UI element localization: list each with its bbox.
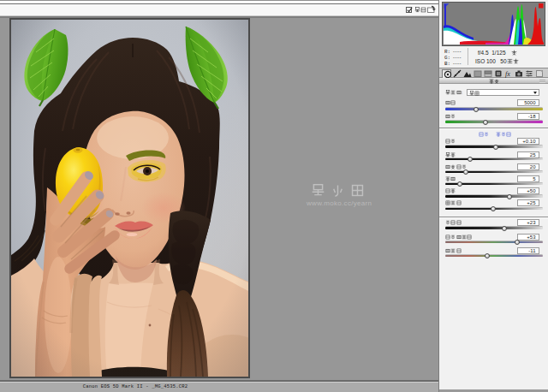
svg-text:fx: fx [505,70,510,78]
